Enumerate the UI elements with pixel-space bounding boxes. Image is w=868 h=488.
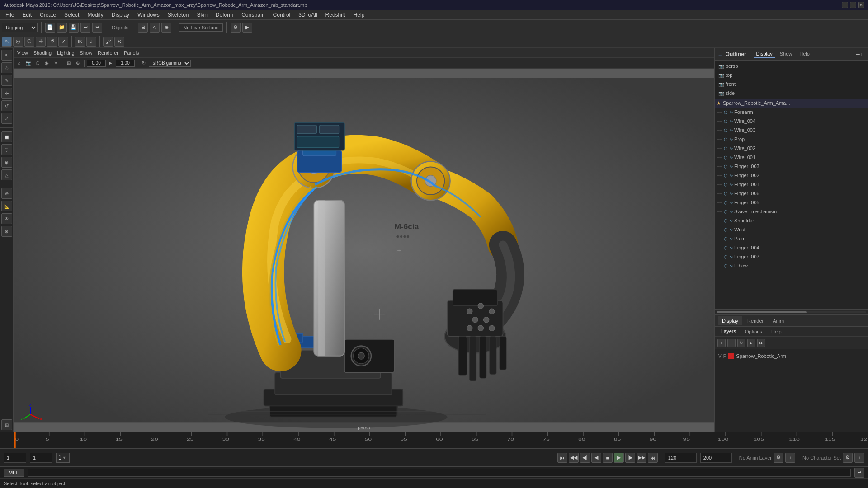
root-node[interactable]: ★ Sparrow_Robotic_Arm_Ama... [715, 99, 868, 108]
tree-item-wire_002[interactable]: ── ⬡ ∿ Wire_002 [715, 144, 868, 153]
menu-control[interactable]: Control [269, 11, 294, 19]
layers-next-btn[interactable]: ⏭ [757, 339, 765, 347]
lasso-tool-btn[interactable]: ◎ [13, 37, 23, 47]
menu-edit[interactable]: Edit [19, 11, 35, 19]
sidebar-select[interactable]: ↖ [1, 50, 12, 61]
sidebar-mesh-btn[interactable]: △ [1, 169, 12, 180]
paint-skin-btn[interactable]: S [114, 37, 124, 47]
tree-item-forearm[interactable]: ── ⬡ ∿ Forearm [715, 108, 868, 117]
sidebar-attr-btn[interactable]: ⚙ [1, 226, 12, 237]
menu-help[interactable]: Help [350, 11, 368, 19]
layers-anim-btn[interactable]: ► [747, 339, 755, 347]
snap-grid-btn[interactable]: ⊞ [138, 23, 148, 33]
vp-light-btn[interactable]: ☀ [52, 59, 60, 67]
vp-gamma-select[interactable]: sRGB gamma [149, 60, 191, 67]
vp-value2-input[interactable] [116, 60, 135, 67]
vp-grid-btn[interactable]: ⊞ [65, 59, 73, 67]
tree-item-elbow[interactable]: ── ⬡ ∿ Elbow [715, 261, 868, 270]
snap-point-btn[interactable]: ⊕ [161, 23, 171, 33]
minimize-button[interactable]: ─ [842, 2, 848, 8]
scene-view-top[interactable]: 📷 top [717, 70, 866, 80]
sidebar-scale[interactable]: ⤢ [1, 113, 12, 124]
sidebar-snap-btn[interactable]: ⊕ [1, 188, 12, 199]
undo-btn[interactable]: ↩ [80, 23, 90, 33]
layers-add-btn[interactable]: + [717, 339, 726, 347]
next-frame-btn[interactable]: ▶▶ [637, 453, 646, 463]
menu-file[interactable]: File [2, 11, 18, 19]
sidebar-light-btn[interactable]: ◉ [1, 157, 12, 168]
rotate-tool-btn[interactable]: ↺ [47, 37, 57, 47]
vp-menu-lighting[interactable]: Lighting [57, 50, 75, 56]
paint-weights-btn[interactable]: 🖌 [103, 37, 113, 47]
tree-item-wire_004[interactable]: ── ⬡ ∿ Wire_004 [715, 117, 868, 126]
menu-constrain[interactable]: Constrain [238, 11, 268, 19]
vp-cam-btn[interactable]: 📷 [24, 59, 33, 67]
vp-shade-btn[interactable]: ◉ [42, 59, 51, 67]
vp-menu-shading[interactable]: Shading [33, 50, 52, 56]
anim-layer-add-btn[interactable]: + [785, 453, 795, 463]
scene-view-front[interactable]: 📷 front [717, 80, 866, 89]
mode-select[interactable]: Rigging Animation Modeling [2, 23, 38, 32]
tree-item-finger_006[interactable]: ── ⬡ ∿ Finger_006 [715, 189, 868, 198]
sidebar-paint[interactable]: ✎ [1, 75, 12, 86]
command-input[interactable] [28, 469, 851, 477]
menu-select[interactable]: Select [61, 11, 83, 19]
char-set-add-btn[interactable]: + [854, 453, 864, 463]
vp-menu-view[interactable]: View [17, 50, 28, 56]
bp-tab-render[interactable]: Render [744, 316, 767, 325]
sub-tab-options[interactable]: Options [742, 328, 765, 335]
sidebar-move[interactable]: ✛ [1, 88, 12, 99]
vp-menu-panels[interactable]: Panels [124, 50, 139, 56]
tree-item-wire_001[interactable]: ── ⬡ ∿ Wire_001 [715, 153, 868, 162]
tree-item-wrist[interactable]: ── ⬡ ∿ Wrist [715, 225, 868, 234]
snap-curve-btn[interactable]: ∿ [150, 23, 160, 33]
vp-menu-renderer[interactable]: Renderer [98, 50, 118, 56]
menu-windows[interactable]: Windows [134, 11, 163, 19]
range-start-field[interactable]: 120 [665, 453, 697, 463]
new-scene-btn[interactable]: 📄 [45, 23, 55, 33]
menu-create[interactable]: Create [36, 11, 60, 19]
bp-tab-anim[interactable]: Anim [769, 316, 788, 325]
scene-view-side[interactable]: 📷 side [717, 89, 866, 98]
goto-start-btn[interactable]: ⏮ [557, 453, 567, 463]
open-btn[interactable]: 📁 [57, 23, 67, 33]
menu-skeleton[interactable]: Skeleton [164, 11, 193, 19]
play-back-btn[interactable]: ◀ [591, 453, 601, 463]
goto-end-btn[interactable]: ⏭ [648, 453, 658, 463]
mel-tab[interactable]: MEL [4, 469, 24, 477]
tree-item-finger_001[interactable]: ── ⬡ ∿ Finger_001 [715, 180, 868, 189]
current-frame-field[interactable]: 1 [4, 453, 26, 463]
select-tool-btn[interactable]: ↖ [2, 37, 12, 47]
layers-del-btn[interactable]: - [727, 339, 736, 347]
sidebar-render-btn[interactable]: 🔲 [1, 131, 12, 142]
render-settings-btn[interactable]: ⚙ [231, 23, 241, 33]
tree-item-finger_004[interactable]: ── ⬡ ∿ Finger_004 [715, 243, 868, 252]
tree-item-finger_007[interactable]: ── ⬡ ∿ Finger_007 [715, 252, 868, 261]
vp-refresh-btn[interactable]: ↻ [140, 59, 148, 67]
outliner-scrollbar[interactable] [715, 309, 868, 314]
sidebar-lasso[interactable]: ◎ [1, 62, 12, 73]
anim-layer-options-btn[interactable]: ⚙ [774, 453, 783, 463]
menu-deform[interactable]: Deform [212, 11, 237, 19]
tree-item-finger_003[interactable]: ── ⬡ ∿ Finger_003 [715, 162, 868, 171]
tab-display[interactable]: Display [754, 50, 775, 58]
ik-handle-btn[interactable]: IK [75, 37, 85, 47]
timeline-bar[interactable]: 0 5 10 15 20 25 30 35 40 45 50 [0, 432, 868, 448]
frame-start-field[interactable]: 1 [30, 453, 52, 463]
cmd-submit-btn[interactable]: ↵ [854, 468, 864, 478]
bp-tab-display[interactable]: Display [718, 316, 742, 325]
paint-sel-btn[interactable]: ⬡ [24, 37, 34, 47]
tree-item-shoulder[interactable]: ── ⬡ ∿ Shoulder [715, 216, 868, 225]
tree-item-finger_005[interactable]: ── ⬡ ∿ Finger_005 [715, 198, 868, 207]
layer-color-swatch[interactable] [728, 353, 734, 359]
sidebar-measure-btn[interactable]: 📐 [1, 201, 12, 211]
menu-display[interactable]: Display [108, 11, 133, 19]
vp-wire-btn[interactable]: ⬡ [33, 59, 42, 67]
scene-view-persp[interactable]: 📷 persp [717, 61, 866, 70]
save-btn[interactable]: 💾 [69, 23, 79, 33]
joint-tool-btn[interactable]: J [86, 37, 96, 47]
tree-item-palm[interactable]: ── ⬡ ∿ Palm [715, 234, 868, 243]
tree-item-wire_003[interactable]: ── ⬡ ∿ Wire_003 [715, 126, 868, 135]
next-keyframe-btn[interactable]: |▶ [625, 453, 635, 463]
menu-skin[interactable]: Skin [193, 11, 211, 19]
